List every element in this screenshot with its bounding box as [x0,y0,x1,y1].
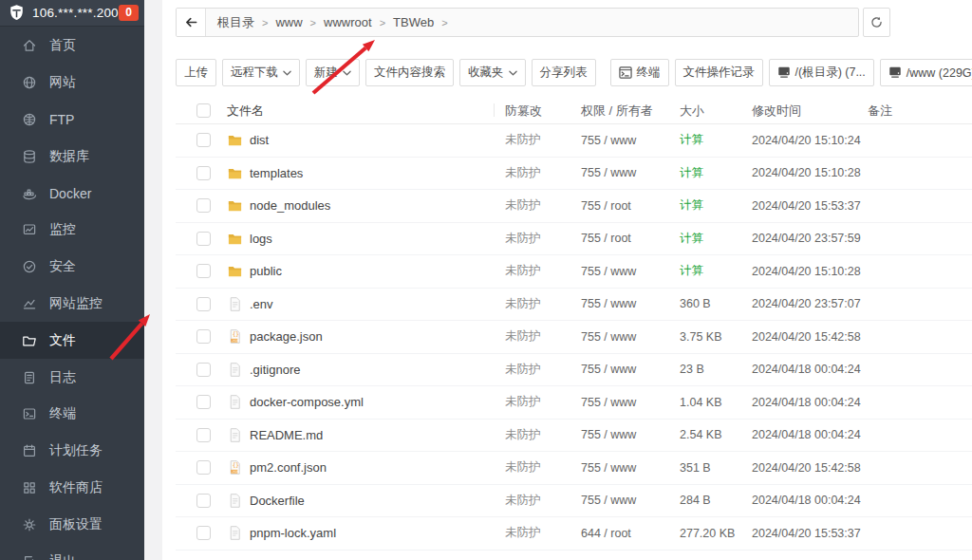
file-size: 1.04 KB [680,396,721,409]
shield-check-icon [22,259,37,274]
sidebar-item-ftp[interactable]: FTP [0,102,144,139]
server-info[interactable]: 106.***.***.200 0 [0,0,144,27]
file-name-link[interactable]: templates [250,166,505,180]
sidebar-item-label: 首页 [49,37,76,54]
calc-size-link[interactable]: 计算 [680,232,703,245]
permission-owner: 755 / www [581,330,680,344]
table-row: dist未防护755 / www计算2024/04/20 15:10:24 [176,124,972,158]
row-checkbox[interactable] [196,297,211,311]
calc-size-link[interactable]: 计算 [680,264,703,277]
permission-owner: 755 / root [581,199,680,213]
modified-time: 2024/04/20 15:10:24 [752,134,868,147]
sidebar-item-监控[interactable]: 监控 [0,212,144,249]
header-tamper-proof: 防篡改 [505,103,581,120]
logout-icon [22,554,37,560]
row-checkbox[interactable] [196,460,211,475]
file-name-link[interactable]: Dockerfile [250,494,505,508]
file-name-link[interactable]: package.json [250,329,505,344]
sidebar-item-首页[interactable]: 首页 [0,28,144,65]
calc-size-link[interactable]: 计算 [680,133,703,146]
chevron-down-icon [509,70,517,76]
breadcrumb-item[interactable]: wwwroot [324,15,372,29]
row-checkbox[interactable] [196,264,211,278]
calc-size-link[interactable]: 计算 [680,198,703,212]
file-name-link[interactable]: node_modules [250,198,505,213]
log-doc-icon [22,370,37,385]
button-label: 远程下载 [231,65,278,81]
file-name-link[interactable]: .env [250,297,505,311]
file-size: 3.75 KB [680,330,721,344]
sidebar-item-docker[interactable]: Docker [0,175,144,212]
arrow-left-icon [184,15,198,29]
file-name-link[interactable]: README.md [250,428,505,442]
sidebar-item-安全[interactable]: 安全 [0,249,144,286]
permission-owner: 755 / www [581,134,680,147]
breadcrumb-item[interactable]: www [275,15,302,29]
sidebar-item-日志[interactable]: 日志 [0,359,144,396]
select-all-checkbox[interactable] [196,103,211,118]
disk-www-button[interactable]: /www (229G) [880,59,972,86]
calc-size-link[interactable]: 计算 [680,166,703,179]
row-checkbox[interactable] [196,395,211,409]
file-name-link[interactable]: pnpm-lock.yaml [250,526,505,540]
header-size[interactable]: 大小 [680,103,752,120]
server-address: 106.***.***.200 [32,6,119,20]
sidebar-item-计划任务[interactable]: 计划任务 [0,433,144,470]
file-name-link[interactable]: public [250,264,505,278]
row-checkbox[interactable] [196,133,211,147]
sidebar-item-label: 监控 [49,221,76,238]
terminal-button[interactable]: 终端 [610,59,669,86]
breadcrumb-item[interactable]: TBWeb [393,15,434,29]
row-checkbox[interactable] [196,526,211,540]
new-button[interactable]: 新建 [306,59,360,86]
file-name-link[interactable]: docker-compose.yml [250,395,505,409]
sidebar-gutter [144,0,162,560]
permission-owner: 755 / www [581,166,680,179]
row-checkbox[interactable] [196,494,211,508]
row-checkbox[interactable] [196,329,211,344]
modified-time: 2024/04/20 15:42:58 [752,461,868,475]
file-name-link[interactable]: pm2.conf.json [250,460,505,475]
share-list-button[interactable]: 分享列表 [532,59,596,86]
sidebar-item-label: 面板设置 [49,516,103,533]
sidebar-item-终端[interactable]: 终端 [0,396,144,433]
row-checkbox[interactable] [196,428,211,442]
sidebar-item-网站监控[interactable]: 网站监控 [0,286,144,323]
sidebar-item-面板设置[interactable]: 面板设置 [0,506,144,543]
svg-text:{}: {} [233,461,240,468]
chevron-down-icon [283,70,291,76]
sidebar: 106.***.***.200 0 首页网站FTP数据库Docker监控安全网站… [0,0,144,560]
favorites-button[interactable]: 收藏夹 [459,59,526,86]
folder-icon [227,263,250,279]
refresh-button[interactable] [863,8,890,37]
file-icon [227,394,250,410]
sidebar-item-数据库[interactable]: 数据库 [0,138,144,175]
header-filename[interactable]: 文件名 [227,103,505,120]
monitor-chart-icon [22,222,37,237]
file-name-link[interactable]: .gitignore [250,363,505,377]
sidebar-item-软件商店[interactable]: 软件商店 [0,470,144,507]
file-icon [227,493,250,509]
content-search-button[interactable]: 文件内容搜索 [365,59,454,86]
remote-download-button[interactable]: 远程下载 [222,59,300,86]
disk-root-button[interactable]: /(根目录) (7... [769,59,874,86]
sidebar-item-label: 网站 [49,74,76,91]
back-button[interactable] [177,9,206,36]
file-name-link[interactable]: logs [250,232,505,246]
row-checkbox[interactable] [196,166,211,180]
row-checkbox[interactable] [196,232,211,246]
sidebar-item-退出[interactable]: 退出 [0,543,144,560]
row-checkbox[interactable] [196,363,211,377]
permission-owner: 755 / www [581,461,680,475]
file-name-link[interactable]: dist [250,133,505,147]
sidebar-item-文件[interactable]: 文件 [0,322,144,359]
gear-icon [22,517,37,532]
row-checkbox[interactable] [196,198,211,213]
message-count-badge[interactable]: 0 [119,5,139,21]
sidebar-item-网站[interactable]: 网站 [0,65,144,102]
file-operation-log-button[interactable]: 文件操作记录 [675,59,763,86]
header-modified-time[interactable]: 修改时间 [752,103,868,120]
breadcrumb-item[interactable]: 根目录 [217,14,254,31]
tamper-status: 未防护 [505,165,581,181]
upload-button[interactable]: 上传 [176,59,216,86]
